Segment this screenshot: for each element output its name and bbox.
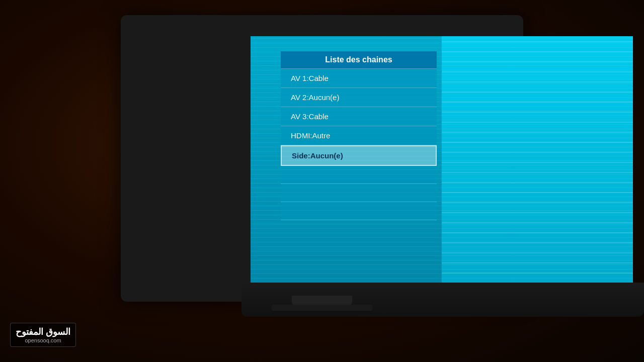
tv-stand — [292, 296, 352, 306]
watermark: السوق المفتوح opensooq.com — [10, 323, 76, 347]
menu-container: Liste des chaines AV 1:Cable AV 2:Aucun(… — [281, 51, 437, 220]
menu-item-side[interactable]: Side:Aucun(e) — [281, 145, 437, 166]
watermark-box: السوق المفتوح opensooq.com — [10, 323, 76, 347]
menu-item-empty-3 — [281, 202, 437, 220]
tv-bezel: Liste des chaines AV 1:Cable AV 2:Aucun(… — [121, 15, 523, 302]
watermark-latin-text: opensooq.com — [16, 337, 70, 343]
watermark-arabic-text: السوق المفتوح — [16, 326, 70, 337]
menu-item-av1[interactable]: AV 1:Cable — [281, 69, 437, 88]
right-panel-lines — [442, 36, 633, 283]
menu-title: Liste des chaines — [281, 51, 437, 69]
screen-content: Liste des chaines AV 1:Cable AV 2:Aucun(… — [251, 36, 633, 283]
menu-item-av2[interactable]: AV 2:Aucun(e) — [281, 88, 437, 107]
menu-item-empty-1 — [281, 166, 437, 184]
tv-base — [272, 305, 372, 311]
tv-screen: Liste des chaines AV 1:Cable AV 2:Aucun(… — [251, 36, 633, 283]
menu-item-hdmi[interactable]: HDMI:Autre — [281, 126, 437, 145]
menu-item-av3[interactable]: AV 3:Cable — [281, 107, 437, 126]
menu-item-empty-2 — [281, 184, 437, 202]
right-panel — [442, 36, 633, 283]
